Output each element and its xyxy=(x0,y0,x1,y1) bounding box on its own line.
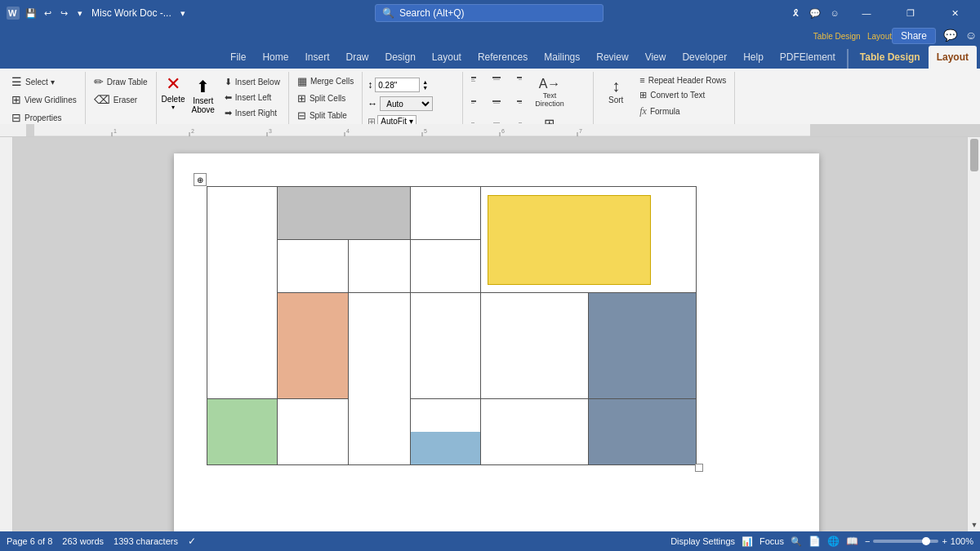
table-resize-handle[interactable] xyxy=(695,464,703,472)
more-icon[interactable]: ▾ xyxy=(74,7,87,20)
height-input[interactable] xyxy=(375,78,420,92)
tab-view[interactable]: View xyxy=(637,46,675,69)
align-middle-left-button[interactable] xyxy=(468,93,486,111)
tab-developer[interactable]: Developer xyxy=(674,46,735,69)
tab-layout-contextual[interactable]: Layout xyxy=(929,46,977,69)
svg-text:W: W xyxy=(8,8,17,18)
tab-layout[interactable]: Layout xyxy=(424,46,470,69)
quick-access-toolbar[interactable]: 💾 ↩ ↪ ▾ xyxy=(24,7,87,20)
merge-cells-button[interactable]: ▦ Merge Cells xyxy=(294,73,357,89)
web-layout-icon[interactable]: 🌐 xyxy=(827,535,840,547)
split-table-button[interactable]: ⊟ Split Table xyxy=(294,108,357,123)
table-cell[interactable] xyxy=(278,187,410,240)
view-gridlines-button[interactable]: ⊞ View Gridlines xyxy=(8,91,80,108)
delete-button[interactable]: ✕ Delete ▾ xyxy=(162,73,185,111)
properties-button[interactable]: ⊟ Properties xyxy=(8,109,80,126)
table-cell[interactable] xyxy=(410,187,480,240)
zoom-in-button[interactable]: + xyxy=(942,536,947,546)
tab-table-design[interactable]: Table Design xyxy=(852,46,929,69)
tab-mailings[interactable]: Mailings xyxy=(536,46,588,69)
proofing-icon[interactable]: ✓ xyxy=(188,535,196,547)
minimize-button[interactable]: — xyxy=(848,0,885,26)
tab-draw[interactable]: Draw xyxy=(337,46,376,69)
focus-icon[interactable]: 🔍 xyxy=(791,536,802,547)
save-icon[interactable]: 💾 xyxy=(24,7,38,20)
align-middle-center-button[interactable] xyxy=(488,93,506,111)
table-cell[interactable] xyxy=(278,399,348,465)
insert-above-button[interactable]: ⬆ InsertAbove xyxy=(186,73,219,118)
table-cell[interactable] xyxy=(588,293,696,399)
comment-icon[interactable]: 💬 xyxy=(808,7,822,20)
table-cell[interactable] xyxy=(207,187,278,399)
table-cell[interactable] xyxy=(278,240,348,293)
maximize-button[interactable]: ❐ xyxy=(892,0,929,26)
table-cell[interactable] xyxy=(410,293,480,399)
scroll-down-button[interactable]: ▼ xyxy=(968,518,980,531)
smiley2-icon[interactable]: ☺ xyxy=(965,29,977,42)
share-button[interactable]: Share xyxy=(892,28,936,44)
table-cell[interactable] xyxy=(588,399,696,465)
print-layout-icon[interactable]: 📄 xyxy=(808,535,821,547)
tab-pdfelement[interactable]: PDFElement xyxy=(772,46,844,69)
table-cell[interactable] xyxy=(480,187,696,293)
zoom-slider[interactable] xyxy=(873,540,938,543)
focus-button[interactable]: Focus xyxy=(760,536,784,546)
tab-review[interactable]: Review xyxy=(588,46,636,69)
table-cell[interactable] xyxy=(348,240,410,293)
table-cell[interactable] xyxy=(410,399,480,465)
smiley-icon[interactable]: ☺ xyxy=(828,7,841,20)
tab-home[interactable]: Home xyxy=(254,46,296,69)
sort-button[interactable]: ↕ Sort xyxy=(599,73,633,108)
svg-text:7: 7 xyxy=(579,128,582,134)
table-row xyxy=(207,187,697,240)
tab-file[interactable]: File xyxy=(222,46,254,69)
redo-icon[interactable]: ↪ xyxy=(57,7,70,20)
tab-help[interactable]: Help xyxy=(735,46,772,69)
tab-insert[interactable]: Insert xyxy=(296,46,337,69)
ribbon-icon[interactable]: 🎗 xyxy=(789,7,802,20)
table-cell[interactable] xyxy=(480,399,588,465)
display-settings-button[interactable]: Display Settings xyxy=(670,536,735,546)
align-middle-right-button[interactable] xyxy=(507,93,525,111)
search-box[interactable]: 🔍 Search (Alt+Q) xyxy=(375,4,604,22)
gridlines-icon: ⊞ xyxy=(11,93,21,106)
display-settings-icon[interactable]: 📊 xyxy=(742,536,753,547)
align-top-right-button[interactable] xyxy=(507,73,525,91)
insert-below-button[interactable]: ⬇ Insert Below xyxy=(221,75,283,89)
table-cell[interactable] xyxy=(207,399,278,465)
table-cell[interactable] xyxy=(410,240,480,293)
formula-button[interactable]: fx Formula xyxy=(636,104,729,119)
table-move-handle[interactable]: ⊕ xyxy=(194,173,207,186)
tab-design[interactable]: Design xyxy=(377,46,424,69)
table-cell[interactable] xyxy=(480,293,588,399)
repeat-header-rows-button[interactable]: ≡ Repeat Header Rows xyxy=(636,73,729,87)
vertical-scrollbar[interactable]: ▲ ▼ xyxy=(967,124,980,531)
insert-left-button[interactable]: ⬅ Insert Left xyxy=(221,91,283,104)
eraser-button[interactable]: ⌫ Eraser xyxy=(91,91,151,108)
split-cells-button[interactable]: ⊞ Split Cells xyxy=(294,91,357,106)
comments-icon[interactable]: 💬 xyxy=(943,29,957,42)
height-spinner[interactable]: ▲ ▼ xyxy=(422,79,428,91)
svg-text:3: 3 xyxy=(269,128,272,134)
tab-references[interactable]: References xyxy=(470,46,536,69)
align-top-center-button[interactable] xyxy=(488,73,506,91)
convert-text-icon: ⊞ xyxy=(639,90,647,100)
zoom-out-button[interactable]: − xyxy=(865,536,870,546)
title-dropdown-icon[interactable]: ▾ xyxy=(176,7,189,20)
draw-table-button[interactable]: ✏ Draw Table xyxy=(91,73,151,90)
undo-icon[interactable]: ↩ xyxy=(41,7,54,20)
delete-dropdown-icon[interactable]: ▾ xyxy=(172,104,175,111)
svg-rect-10 xyxy=(471,103,474,104)
insert-right-button[interactable]: ➡ Insert Right xyxy=(221,106,283,120)
width-select[interactable]: Auto xyxy=(380,96,433,111)
convert-to-text-button[interactable]: ⊞ Convert to Text xyxy=(636,88,729,102)
select-button[interactable]: ☰ Select ▾ xyxy=(8,73,80,90)
scroll-thumb[interactable] xyxy=(970,139,978,171)
read-mode-icon[interactable]: 📖 xyxy=(846,535,858,547)
title-bar-left: W 💾 ↩ ↪ ▾ Misc Work Doc -... ▾ xyxy=(7,7,189,20)
table-cell[interactable] xyxy=(348,293,410,465)
table-cell[interactable] xyxy=(278,293,348,399)
text-direction-button[interactable]: A→ TextDirection xyxy=(530,73,569,111)
align-top-left-button[interactable] xyxy=(468,73,486,91)
close-button[interactable]: ✕ xyxy=(936,0,973,26)
